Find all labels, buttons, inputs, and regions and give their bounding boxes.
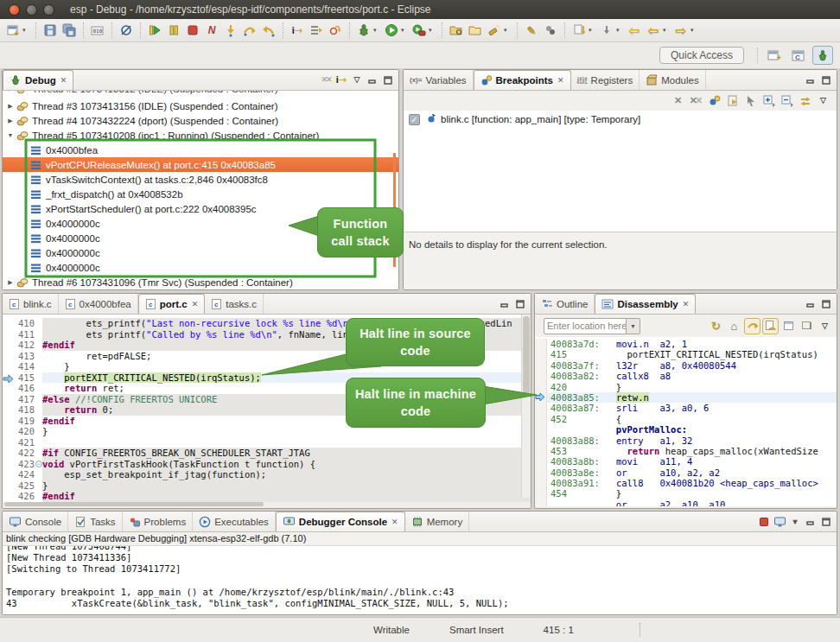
- open-perspective-icon[interactable]: +: [764, 46, 785, 65]
- minimize-window-button[interactable]: [26, 4, 37, 16]
- new-view-icon[interactable]: [780, 318, 797, 334]
- minimize-view-button[interactable]: [366, 73, 379, 87]
- disassembly-line[interactable]: 40083a7d: movi.n a2, 1: [535, 339, 837, 349]
- breakpoint-checkbox[interactable]: ✓: [409, 114, 420, 125]
- maximize-view-button[interactable]: [513, 297, 527, 311]
- tab-debugger-console[interactable]: Debugger Console✕: [276, 512, 405, 531]
- disconnect-icon[interactable]: N: [203, 22, 220, 39]
- instruction-step-icon[interactable]: i➝: [334, 73, 348, 87]
- back-icon[interactable]: ⇦: [626, 22, 643, 39]
- show-debug-columns-icon[interactable]: [308, 22, 325, 39]
- terminate-red-icon[interactable]: [757, 515, 771, 529]
- trace-icon[interactable]: [327, 22, 344, 39]
- tab-breakpoints[interactable]: Breakpoints✕: [474, 70, 571, 90]
- code-line[interactable]: 426#endif: [3, 491, 531, 502]
- save-icon[interactable]: [41, 22, 59, 39]
- thread-row[interactable]: ▶Thread #4 1073432224 (dport) (Suspended…: [3, 113, 398, 128]
- thread-row[interactable]: ▶Thread #2 1073413312 (IDLE) (Suspended …: [3, 91, 398, 99]
- minimize-view-button[interactable]: [804, 297, 818, 311]
- editor-horizontal-scrollbar[interactable]: [3, 502, 531, 508]
- location-dropdown-button[interactable]: ▼: [627, 318, 640, 334]
- editor-tab-port-c[interactable]: cport.c✕: [138, 294, 206, 314]
- disassembly-line[interactable]: pvPortMalloc:: [535, 424, 837, 435]
- collapse-arrow-icon[interactable]: ▼: [6, 132, 15, 138]
- tab-debug[interactable]: Debug✕: [3, 70, 73, 90]
- expand-all-icon[interactable]: [760, 92, 777, 109]
- save-all-icon[interactable]: [60, 22, 78, 39]
- debug-perspective-icon[interactable]: [812, 46, 833, 65]
- debug-config-icon[interactable]: [355, 22, 372, 39]
- code-line[interactable]: 423–void vPortFirstTaskHook(TaskFunction…: [3, 459, 531, 470]
- annotations-icon[interactable]: [542, 22, 559, 39]
- disassembly-code[interactable]: 40083a7d: movi.n a2, 1415 portEXIT_CRITI…: [535, 337, 837, 506]
- instruction-step-icon[interactable]: i➝: [289, 22, 306, 39]
- disassembly-line[interactable]: 40083a7f: l32r a8, 0x40080544: [535, 360, 837, 371]
- sync-pc-icon[interactable]: [744, 318, 760, 334]
- open-resource-icon[interactable]: [467, 22, 484, 39]
- disassembly-line[interactable]: 40083a88: entry a1, 32: [535, 435, 837, 446]
- disassembly-line[interactable]: 452 {: [535, 414, 837, 424]
- back-history-dropdown[interactable]: ▾: [663, 27, 670, 34]
- thread-row[interactable]: ▼Thread #5 1073410208 (ipc1 : Running) (…: [3, 128, 398, 143]
- breakpoint-row[interactable]: ✓ blink.c [function: app_main] [type: Te…: [404, 111, 837, 128]
- deselect-icon[interactable]: [742, 92, 759, 109]
- suspend-icon[interactable]: [165, 22, 182, 39]
- editor-tab-tasks-c[interactable]: ctasks.c: [205, 294, 264, 314]
- new-dropdown[interactable]: ▾: [22, 27, 29, 34]
- link-view-icon[interactable]: [797, 92, 813, 109]
- tab-close-icon[interactable]: ✕: [557, 76, 564, 85]
- disassembly-line[interactable]: 40083a8e: or a10, a2, a2: [535, 467, 837, 478]
- tab-modules[interactable]: Modules: [640, 70, 705, 90]
- stack-frame-row[interactable]: 0x4000000c: [3, 260, 398, 275]
- disassembly-line[interactable]: 420 }: [535, 382, 837, 392]
- home-icon[interactable]: ⌂: [726, 318, 742, 334]
- tab-memory[interactable]: Memory: [405, 512, 470, 531]
- tab-close-icon[interactable]: ✕: [683, 300, 690, 308]
- close-window-button[interactable]: [9, 4, 20, 16]
- mark-occurrences-icon[interactable]: ✎: [523, 22, 540, 39]
- tab-console[interactable]: Console: [3, 512, 68, 531]
- location-input[interactable]: Enter location here: [544, 318, 627, 334]
- external-tools-dropdown[interactable]: ▾: [429, 27, 436, 34]
- run-dropdown[interactable]: ▾: [401, 27, 408, 34]
- maximize-view-button[interactable]: [819, 73, 833, 87]
- code-line[interactable]: 421: [3, 437, 531, 448]
- next-annotation-dropdown[interactable]: ▾: [616, 27, 623, 34]
- disassembly-line[interactable]: 453 return heap_caps_malloc(xWantedSize: [535, 446, 837, 456]
- tab-tasks[interactable]: Tasks: [68, 512, 122, 531]
- collapse-all-icon[interactable]: [779, 92, 795, 109]
- tab-close-icon[interactable]: ✕: [60, 76, 67, 85]
- expand-arrow-icon[interactable]: ▶: [6, 118, 15, 124]
- minimize-view-button[interactable]: [498, 297, 512, 311]
- search-dropdown[interactable]: ▾: [504, 27, 511, 34]
- disassembly-line[interactable]: 40083a91: call8 0x40081b20 <heap_caps_ma…: [535, 478, 837, 488]
- console-output[interactable]: [New Thread 1073468744][New Thread 10734…: [3, 546, 837, 615]
- maximize-view-button[interactable]: [381, 73, 395, 87]
- dropdown-icon[interactable]: ▾: [788, 515, 802, 529]
- remove-icon[interactable]: ✕: [670, 92, 686, 109]
- terminate-icon[interactable]: [184, 22, 201, 39]
- last-edit-dropdown[interactable]: ▾: [589, 27, 595, 34]
- tab-close-icon[interactable]: ✕: [192, 300, 199, 308]
- editor-tab-blink-c[interactable]: cblink.c: [3, 294, 59, 314]
- quick-access-button[interactable]: Quick Access: [659, 47, 744, 64]
- open-element-icon[interactable]: [448, 22, 465, 39]
- run-icon[interactable]: [383, 22, 400, 39]
- minimize-view-button[interactable]: [804, 515, 818, 529]
- tab-close-icon[interactable]: ✕: [391, 518, 398, 526]
- search-icon[interactable]: [486, 22, 503, 39]
- step-return-icon[interactable]: [260, 22, 277, 39]
- thread-row[interactable]: ▶Thread #3 1073413156 (IDLE) (Suspended …: [3, 99, 398, 113]
- maximize-window-button[interactable]: [43, 4, 54, 16]
- step-over-icon[interactable]: [241, 22, 258, 39]
- stack-frame-row[interactable]: _frxt_dispatch() at 0x4008532b: [3, 187, 398, 201]
- binary-icon[interactable]: 010: [89, 22, 106, 39]
- view-menu-icon[interactable]: ▽: [817, 318, 833, 334]
- code-line[interactable]: 425}: [3, 480, 531, 492]
- last-edit-icon[interactable]: [570, 22, 588, 39]
- maximize-view-button[interactable]: [819, 515, 833, 529]
- view-menu-icon[interactable]: ▽: [350, 73, 364, 87]
- tab-registers[interactable]: 10100101Registers: [571, 70, 640, 90]
- cpp-perspective-icon[interactable]: C: [788, 46, 809, 65]
- forward-icon[interactable]: ⇨: [672, 22, 690, 39]
